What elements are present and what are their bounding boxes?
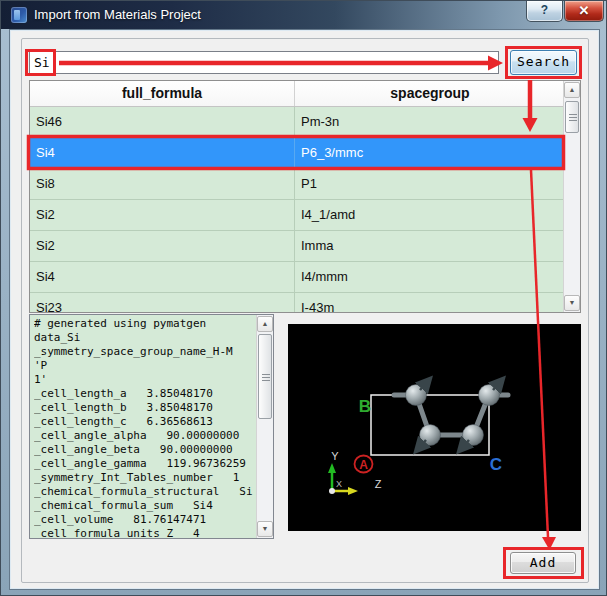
table-scrollbar[interactable]: ▲ ▼	[563, 81, 580, 312]
help-button[interactable]: ?	[526, 1, 563, 22]
table-body: Si46Pm-3nSi4P6_3/mmcSi8P1Si2I4_1/amdSi2I…	[30, 107, 565, 313]
thumb-grip	[569, 114, 577, 121]
table-cell: Pm-3n	[295, 107, 565, 137]
y-arrow-icon	[328, 463, 336, 473]
materials-project-logo-icon	[11, 7, 27, 23]
window-title: Import from Materials Project	[34, 1, 201, 29]
close-button[interactable]: ✕	[564, 1, 604, 22]
titlebar[interactable]: Import from Materials Project	[1, 1, 607, 29]
close-icon: ✕	[579, 3, 590, 18]
table-row[interactable]: Si8P1	[30, 169, 565, 200]
dialog-window: Import from Materials Project ? ✕ Search…	[0, 0, 607, 596]
z-arrow-icon	[348, 487, 358, 495]
search-input[interactable]	[29, 51, 499, 74]
table-row[interactable]: Si46Pm-3n	[30, 107, 565, 138]
table-cell: P6_3/mmc	[295, 138, 565, 168]
table-cell: Si4	[30, 138, 295, 168]
y-label: Y	[331, 450, 339, 462]
table-row[interactable]: Si2I4_1/amd	[30, 200, 565, 231]
column-header-full-formula[interactable]: full_formula	[30, 81, 295, 106]
table-cell: I4/mmm	[295, 262, 565, 292]
c-axis-label: C	[490, 455, 502, 474]
scroll-down-icon[interactable]: ▼	[257, 521, 273, 537]
cif-text-panel[interactable]: # generated using pymatgen data_Si _symm…	[29, 314, 274, 539]
table-cell: P1	[295, 169, 565, 199]
thumb-grip	[262, 374, 270, 381]
cif-scrollbar[interactable]: ▲ ▼	[256, 315, 273, 538]
table-cell: I-43m	[295, 293, 565, 313]
origin-dot	[329, 488, 335, 494]
scroll-up-icon[interactable]: ▲	[564, 82, 580, 98]
scroll-up-icon[interactable]: ▲	[257, 316, 273, 332]
b-axis-label: B	[359, 397, 371, 416]
table-row[interactable]: Si2Imma	[30, 231, 565, 262]
cif-text: # generated using pymatgen data_Si _symm…	[34, 317, 253, 538]
table-row[interactable]: Si23I-43m	[30, 293, 565, 313]
scrollbar-thumb[interactable]	[258, 334, 272, 419]
structure-viewer[interactable]: B C A Y Z X	[288, 324, 581, 531]
table-cell: I4_1/amd	[295, 200, 565, 230]
table-cell: Si23	[30, 293, 295, 313]
table-cell: Imma	[295, 231, 565, 261]
table-cell: Si4	[30, 262, 295, 292]
column-header-spacegroup[interactable]: spacegroup	[295, 81, 565, 106]
results-table: full_formula spacegroup Si46Pm-3nSi4P6_3…	[29, 80, 581, 313]
orientation-triad: Y Z X	[328, 450, 382, 495]
table-row[interactable]: Si4P6_3/mmc	[30, 138, 565, 169]
table-cell: Si2	[30, 200, 295, 230]
x-label: X	[336, 479, 342, 489]
search-button[interactable]: Search	[510, 50, 577, 75]
table-row[interactable]: Si4I4/mmm	[30, 262, 565, 293]
add-button[interactable]: Add	[510, 552, 576, 574]
scrollbar-thumb[interactable]	[565, 101, 579, 133]
table-header: full_formula spacegroup	[30, 81, 565, 107]
table-cell: Si46	[30, 107, 295, 137]
a-axis-label: A	[359, 458, 368, 472]
scroll-down-icon[interactable]: ▼	[564, 295, 580, 311]
table-cell: Si2	[30, 231, 295, 261]
question-icon: ?	[541, 3, 548, 17]
structure-canvas: B C A Y Z X	[288, 324, 581, 531]
z-label: Z	[375, 478, 382, 490]
table-cell: Si8	[30, 169, 295, 199]
